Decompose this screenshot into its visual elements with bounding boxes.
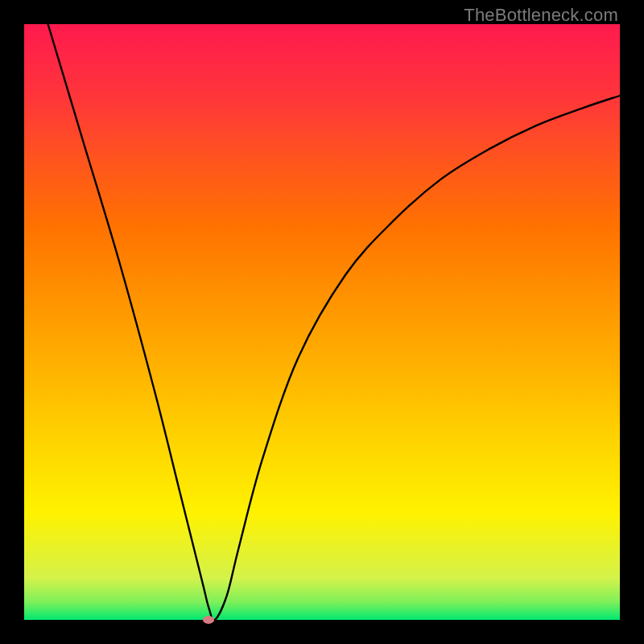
plot-area xyxy=(24,24,620,620)
bottleneck-curve xyxy=(48,24,620,620)
watermark-text: TheBottleneck.com xyxy=(464,5,618,26)
chart-frame: TheBottleneck.com xyxy=(0,0,644,644)
curve-svg xyxy=(24,24,620,620)
minimum-marker xyxy=(203,616,214,624)
